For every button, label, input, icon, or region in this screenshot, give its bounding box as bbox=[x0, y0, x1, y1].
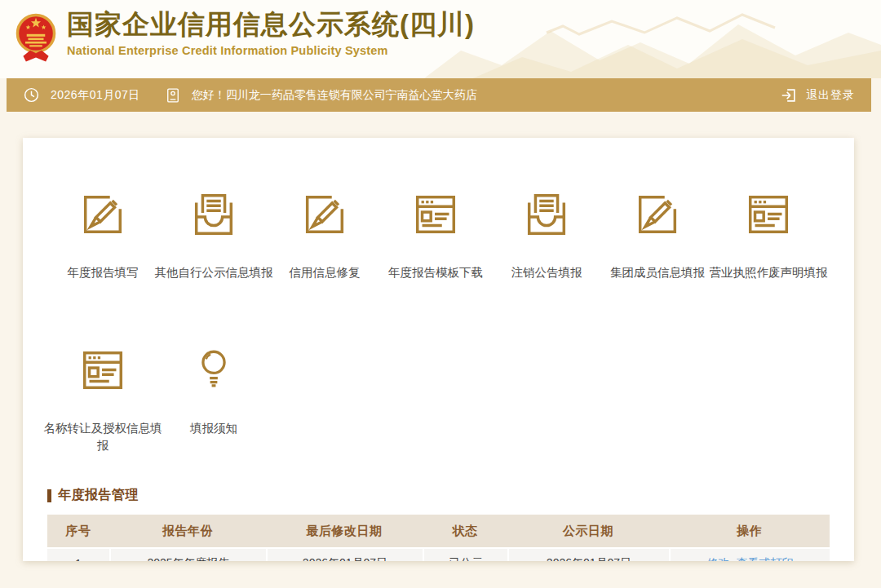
site-subtitle: National Enterprise Credit Information P… bbox=[67, 44, 475, 57]
shortcut-label: 注销公告填报 bbox=[485, 264, 609, 281]
current-date: 2026年01月07日 bbox=[51, 88, 140, 103]
shortcut-row-1: 年度报告填写 其他自行公示信息填报 信用信息修复 年度报告模板下载 注销公告填报… bbox=[47, 189, 830, 281]
shortcut-credit-info-repair[interactable]: 信用信息修复 bbox=[269, 189, 380, 281]
shortcut-label: 填报须知 bbox=[152, 420, 276, 437]
column-header-actions: 操作 bbox=[669, 515, 830, 547]
site-title: 国家企业信用信息公示系统(四川) bbox=[67, 6, 475, 43]
column-header-report-year: 报告年份 bbox=[109, 515, 266, 547]
column-header-no: 序号 bbox=[47, 515, 109, 547]
shortcut-name-transfer-authorization[interactable]: 名称转让及授权信息填报 bbox=[47, 345, 158, 454]
logout-button[interactable]: 退出登录 bbox=[780, 86, 855, 104]
shortcut-group-member-info[interactable]: 集团成员信息填报 bbox=[602, 189, 713, 281]
annual-report-table: 序号 报告年份 最后修改日期 状态 公示日期 操作 1 2025年年度报告 20… bbox=[47, 515, 830, 561]
id-badge-icon bbox=[165, 86, 181, 104]
shortcut-cancellation-notice[interactable]: 注销公告填报 bbox=[491, 189, 602, 281]
shortcut-row-2: 名称转让及授权信息填报 填报须知 bbox=[47, 345, 830, 454]
user-greeting: 您好！四川龙一药品零售连锁有限公司宁南益心堂大药店 bbox=[192, 88, 477, 103]
webpage-icon bbox=[410, 189, 461, 240]
site-header: 国家企业信用信息公示系统(四川) National Enterprise Cre… bbox=[0, 0, 881, 78]
national-emblem-logo bbox=[15, 8, 57, 69]
inbox-document-icon bbox=[188, 189, 239, 240]
edit-icon bbox=[77, 189, 128, 240]
edit-icon bbox=[632, 189, 683, 240]
shortcut-label: 年度报告模板下载 bbox=[374, 264, 498, 281]
shortcut-license-void-declaration[interactable]: 营业执照作废声明填报 bbox=[713, 189, 824, 281]
clock-icon bbox=[23, 86, 40, 104]
logout-icon bbox=[780, 86, 798, 104]
shortcut-annual-report-template-download[interactable]: 年度报告模板下载 bbox=[380, 189, 491, 281]
edit-icon bbox=[299, 189, 350, 240]
shortcut-other-publicity-info[interactable]: 其他自行公示信息填报 bbox=[158, 189, 269, 281]
table-row: 1 2025年年度报告 2026年01月07日 已公示 2026年01月07日 … bbox=[47, 547, 830, 561]
topbar: 2026年01月07日 您好！四川龙一药品零售连锁有限公司宁南益心堂大药店 退出… bbox=[7, 78, 871, 112]
table-header-row: 序号 报告年份 最后修改日期 状态 公示日期 操作 bbox=[47, 515, 830, 547]
great-wall-watermark bbox=[424, 0, 881, 78]
main-panel: 年度报告填写 其他自行公示信息填报 信用信息修复 年度报告模板下载 注销公告填报… bbox=[23, 138, 854, 561]
cell-actions: 修改查看或打印 bbox=[669, 547, 830, 561]
cell-publish-date: 2026年01月07日 bbox=[507, 547, 669, 561]
column-header-publish-date: 公示日期 bbox=[507, 515, 669, 547]
inbox-document-icon bbox=[521, 189, 572, 240]
annual-report-section: 年度报告管理 序号 报告年份 最后修改日期 状态 公示日期 操作 1 2025年… bbox=[47, 487, 830, 561]
shortcut-label: 集团成员信息填报 bbox=[595, 264, 719, 281]
view-or-print-link[interactable]: 查看或打印 bbox=[737, 556, 794, 561]
section-title: 年度报告管理 bbox=[47, 487, 830, 504]
section-title-bar bbox=[47, 489, 51, 502]
shortcut-label: 营业执照作废声明填报 bbox=[706, 264, 830, 281]
webpage-icon bbox=[743, 189, 794, 240]
column-header-last-modified: 最后修改日期 bbox=[266, 515, 423, 547]
column-header-status: 状态 bbox=[423, 515, 507, 547]
cell-status: 已公示 bbox=[423, 547, 507, 561]
logout-label: 退出登录 bbox=[806, 88, 855, 103]
cell-no: 1 bbox=[47, 547, 109, 561]
cell-report-year: 2025年年度报告 bbox=[109, 547, 266, 561]
edit-link[interactable]: 修改 bbox=[707, 556, 730, 561]
cell-last-modified: 2026年01月07日 bbox=[266, 547, 423, 561]
lightbulb-icon bbox=[188, 345, 239, 396]
webpage-icon bbox=[77, 345, 128, 396]
shortcut-label: 年度报告填写 bbox=[41, 264, 165, 281]
shortcut-label: 其他自行公示信息填报 bbox=[152, 264, 276, 281]
shortcut-annual-report-fill[interactable]: 年度报告填写 bbox=[47, 189, 158, 281]
shortcut-label: 名称转让及授权信息填报 bbox=[41, 420, 165, 454]
brand: 国家企业信用信息公示系统(四川) National Enterprise Cre… bbox=[15, 6, 475, 69]
shortcut-label: 信用信息修复 bbox=[263, 264, 387, 281]
shortcut-filing-instructions[interactable]: 填报须知 bbox=[158, 345, 269, 454]
section-title-label: 年度报告管理 bbox=[58, 487, 139, 504]
